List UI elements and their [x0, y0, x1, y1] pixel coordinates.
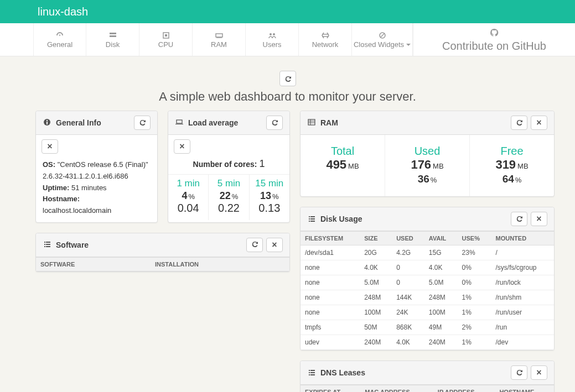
cell: none: [301, 290, 360, 305]
col-software: SOFTWARE: [36, 257, 151, 271]
refresh-icon: [515, 215, 523, 224]
close-button[interactable]: ×: [42, 139, 58, 154]
load-val: 0.13: [252, 202, 287, 215]
cell: /: [491, 245, 554, 260]
cell: none: [301, 275, 360, 290]
refresh-button[interactable]: [134, 116, 151, 130]
ram-total: Total 495MB: [301, 135, 385, 196]
table-row: none5.0M05.0M0%/run/lock: [301, 275, 554, 290]
close-button[interactable]: ×: [531, 212, 547, 226]
load-pct: 13: [260, 190, 271, 201]
grid-icon: [307, 118, 316, 128]
refresh-all-button[interactable]: [279, 71, 296, 86]
cell: 2%: [458, 320, 491, 335]
cell: /run/user: [491, 305, 554, 320]
load-val: 0.04: [170, 202, 206, 215]
close-icon: ×: [47, 142, 52, 151]
disk-icon: [108, 30, 117, 40]
cell: 4.0K: [360, 260, 392, 275]
uptime-label: Uptime:: [43, 184, 69, 192]
panel-title: RAM: [320, 118, 338, 127]
cell: 4.0K: [424, 260, 458, 275]
panel-title: Load average: [188, 118, 238, 127]
ram-pct: 36: [418, 173, 429, 185]
cell: tmpfs: [301, 320, 360, 335]
navbar: General Disk CPU RAM Users Network Close…: [0, 23, 575, 56]
ram-icon: [215, 30, 224, 40]
brand[interactable]: linux-dash: [38, 6, 88, 18]
close-icon: ×: [536, 215, 541, 223]
cell: 100M: [360, 305, 392, 320]
refresh-button[interactable]: [511, 365, 527, 380]
hostname-label: Hostname:: [43, 195, 80, 203]
list-icon: [307, 214, 316, 224]
uptime-value: 51 minutes: [71, 184, 107, 192]
ram-label: Total: [305, 145, 380, 158]
table-row: none248M144K248M1%/run/shm: [301, 290, 554, 305]
nav-disk[interactable]: Disk: [86, 23, 139, 56]
col-header: IP ADDRESS: [433, 385, 495, 393]
col-header: USED: [392, 232, 424, 245]
contribute-label: Contribute on GitHub: [442, 40, 546, 53]
nav-label: General: [47, 40, 72, 49]
load-label: 15 min: [252, 178, 287, 189]
nav-users[interactable]: Users: [246, 23, 299, 56]
cell: 49M: [424, 320, 458, 335]
panel-title: DNS Leases: [320, 368, 365, 377]
ram-label: Used: [390, 145, 465, 158]
nav-label: Disk: [106, 40, 120, 49]
cell: 868K: [392, 320, 424, 335]
nav-label: Closed Widgets: [354, 40, 404, 49]
nav-closed-widgets[interactable]: Closed Widgets: [352, 23, 413, 56]
panel-disk-usage: Disk Usage × FILESYSTEMSIZEUSEDAVAILUSE%…: [300, 207, 555, 351]
panel-software: Software × SOFTWARE INSTALLATION: [35, 233, 290, 272]
load-cell-15min: 15 min 13% 0.13: [250, 175, 289, 220]
cell: 0%: [458, 275, 491, 290]
load-pct: 22: [220, 190, 231, 201]
cell: 240M: [424, 335, 458, 350]
load-label: 1 min: [170, 178, 206, 189]
cell: 4.0K: [392, 335, 424, 350]
close-button[interactable]: ×: [531, 116, 547, 130]
ram-unit: MB: [433, 162, 444, 170]
close-icon: ×: [179, 142, 184, 151]
cell: /dev: [491, 335, 554, 350]
col-installation: INSTALLATION: [151, 257, 289, 271]
refresh-icon: [251, 240, 258, 249]
nav-network[interactable]: Network: [299, 23, 352, 56]
refresh-button[interactable]: [246, 238, 263, 252]
load-cell-1min: 1 min 4% 0.04: [168, 175, 209, 220]
refresh-icon: [138, 118, 146, 128]
cell: 20G: [360, 245, 392, 260]
cell: none: [301, 305, 360, 320]
cell: /sys/fs/cgroup: [491, 260, 554, 275]
cores-label: Number of cores:: [193, 160, 257, 169]
contribute-link[interactable]: Contribute on GitHub: [413, 23, 575, 56]
cell: udev: [301, 335, 360, 350]
close-button[interactable]: ×: [174, 139, 190, 154]
refresh-button[interactable]: [511, 212, 527, 226]
cell: 240M: [360, 335, 392, 350]
nav-cpu[interactable]: CPU: [139, 23, 193, 56]
nav-general[interactable]: General: [33, 23, 86, 56]
list-icon: [43, 239, 51, 250]
close-button[interactable]: ×: [266, 238, 283, 252]
ram-pct: 64: [503, 173, 514, 185]
cell: 5.0M: [360, 275, 392, 290]
refresh-button[interactable]: [266, 116, 283, 130]
dashboard-icon: [55, 30, 64, 40]
col-header: AVAIL: [424, 232, 458, 245]
disk-table: FILESYSTEMSIZEUSEDAVAILUSE%MOUNTED /dev/…: [301, 231, 554, 350]
refresh-icon: [515, 118, 523, 128]
table-row: none4.0K04.0K0%/sys/fs/cgroup: [301, 260, 554, 275]
general-info-body: OS: "CentOS release 6.5 (Final)" 2.6.32-…: [36, 154, 157, 222]
cell: 1%: [458, 305, 491, 320]
list-icon: [307, 368, 316, 378]
nav-ram[interactable]: RAM: [193, 23, 246, 56]
close-button[interactable]: ×: [531, 365, 547, 380]
refresh-button[interactable]: [511, 116, 527, 130]
load-val: 0.22: [211, 202, 246, 215]
nav-label: Users: [263, 40, 282, 49]
tagline: A simple web dashboard to monitor your s…: [0, 90, 575, 104]
users-icon: [268, 30, 277, 40]
